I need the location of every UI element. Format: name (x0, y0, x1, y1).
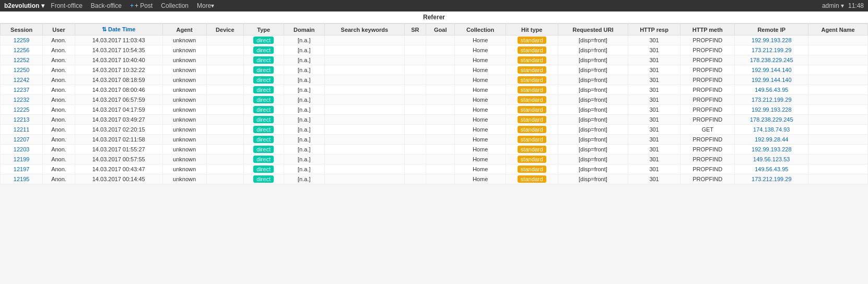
device-cell (206, 115, 243, 125)
remote-ip-link[interactable]: 149.56.43.95 (755, 166, 788, 172)
uri-cell: [disp=front] (558, 105, 628, 115)
type-cell: direct (244, 36, 284, 45)
remote-ip-link[interactable]: 173.212.199.29 (752, 176, 791, 182)
session-link[interactable]: 12211 (14, 126, 30, 133)
session-link[interactable]: 12237 (14, 87, 30, 93)
remote-ip-link[interactable]: 173.212.199.29 (752, 97, 791, 103)
remote-ip-link[interactable]: 178.238.229.245 (750, 57, 793, 63)
remote-ip-cell: 173.212.199.29 (735, 45, 808, 55)
nav-frontoffice[interactable]: Front-office (46, 0, 86, 11)
session-cell: 12242 (1, 75, 43, 85)
table-row: 12256Anon.14.03.2017 10:54:35unknowndire… (1, 45, 868, 55)
hits-table-wrapper: Session User ⇅ Date Time Agent Device Ty… (0, 23, 868, 184)
keywords-cell (325, 174, 404, 184)
session-link[interactable]: 12252 (14, 57, 30, 63)
http-meth-cell: PROPFIND (681, 115, 735, 125)
keywords-cell (325, 105, 404, 115)
user-cell: Anon. (43, 45, 75, 55)
session-cell: 12225 (1, 105, 43, 115)
session-link[interactable]: 12250 (14, 67, 30, 73)
type-cell: direct (244, 174, 284, 184)
datetime-cell: 14.03.2017 00:43:47 (75, 164, 162, 174)
type-badge: direct (253, 136, 274, 143)
table-body: 12259Anon.14.03.2017 11:03:43unknowndire… (1, 36, 868, 184)
device-cell (206, 145, 243, 155)
hits-table: Session User ⇅ Date Time Agent Device Ty… (0, 23, 868, 184)
remote-ip-link[interactable]: 192.99.28.44 (755, 136, 788, 143)
hittype-cell: standard (506, 115, 558, 125)
session-link[interactable]: 12197 (14, 166, 30, 172)
nav-post[interactable]: + + Post (126, 0, 157, 11)
uri-cell: [disp=front] (558, 75, 628, 85)
type-cell: direct (244, 105, 284, 115)
domain-cell: [n.a.] (284, 36, 325, 45)
remote-ip-cell: 192.99.28.44 (735, 135, 808, 145)
remote-ip-link[interactable]: 174.138.74.93 (753, 126, 790, 133)
session-cell: 12211 (1, 125, 43, 135)
session-link[interactable]: 12242 (14, 77, 30, 83)
uri-cell: [disp=front] (558, 45, 628, 55)
nav-collection[interactable]: Collection (157, 0, 193, 11)
admin-menu[interactable]: admin ▾ (822, 2, 844, 9)
session-link[interactable]: 12259 (14, 37, 30, 43)
goal-cell (426, 145, 455, 155)
col-datetime[interactable]: ⇅ Date Time (75, 24, 162, 36)
collection-cell: Home (455, 125, 506, 135)
hittype-cell: standard (506, 135, 558, 145)
session-link[interactable]: 12207 (14, 136, 30, 143)
session-link[interactable]: 12199 (14, 156, 30, 162)
session-link[interactable]: 12213 (14, 116, 30, 123)
remote-ip-link[interactable]: 192.99.193.228 (752, 106, 791, 113)
agent-cell: unknown (162, 55, 206, 65)
session-link[interactable]: 12256 (14, 47, 30, 53)
type-cell: direct (244, 135, 284, 145)
hittype-cell: standard (506, 125, 558, 135)
remote-ip-link[interactable]: 192.99.193.228 (752, 37, 791, 43)
collection-cell: Home (455, 65, 506, 75)
remote-ip-link[interactable]: 192.99.144.140 (752, 77, 791, 83)
type-badge: direct (253, 146, 274, 153)
keywords-cell (325, 85, 404, 95)
nav-backoffice[interactable]: Back-office (87, 0, 126, 11)
http-resp-cell: 301 (628, 95, 681, 105)
session-link[interactable]: 12203 (14, 146, 30, 152)
sr-cell (404, 105, 426, 115)
session-link[interactable]: 12225 (14, 106, 30, 113)
uri-cell: [disp=front] (558, 145, 628, 155)
session-link[interactable]: 12232 (14, 97, 30, 103)
remote-ip-link[interactable]: 173.212.199.29 (752, 47, 791, 53)
collection-cell: Home (455, 36, 506, 45)
goal-cell (426, 155, 455, 164)
remote-ip-link[interactable]: 149.56.123.53 (753, 156, 790, 162)
plus-icon: + (130, 2, 134, 9)
agent-cell: unknown (162, 95, 206, 105)
remote-ip-cell: 149.56.123.53 (735, 155, 808, 164)
remote-ip-cell: 178.238.229.245 (735, 115, 808, 125)
type-badge: direct (253, 106, 274, 113)
table-row: 12203Anon.14.03.2017 01:55:27unknowndire… (1, 145, 868, 155)
agent-cell: unknown (162, 125, 206, 135)
nav-more[interactable]: More ▾ (193, 0, 218, 11)
session-link[interactable]: 12195 (14, 176, 30, 182)
agent-name-cell (808, 55, 868, 65)
uri-cell: [disp=front] (558, 36, 628, 45)
remote-ip-link[interactable]: 149.56.43.95 (755, 87, 788, 93)
goal-cell (426, 115, 455, 125)
brand-caret[interactable]: ▾ (41, 2, 44, 9)
agent-name-cell (808, 45, 868, 55)
remote-ip-link[interactable]: 178.238.229.245 (750, 116, 793, 123)
type-cell: direct (244, 65, 284, 75)
col-type: Type (244, 24, 284, 36)
table-row: 12211Anon.14.03.2017 02:20:15unknowndire… (1, 125, 868, 135)
goal-cell (426, 75, 455, 85)
collection-cell: Home (455, 85, 506, 95)
remote-ip-cell: 149.56.43.95 (735, 164, 808, 174)
sr-cell (404, 95, 426, 105)
brand[interactable]: b2evolution (4, 2, 39, 9)
device-cell (206, 105, 243, 115)
remote-ip-link[interactable]: 192.99.193.228 (752, 146, 791, 152)
remote-ip-link[interactable]: 192.99.144.140 (752, 67, 791, 73)
agent-name-cell (808, 105, 868, 115)
collection-cell: Home (455, 75, 506, 85)
keywords-cell (325, 125, 404, 135)
